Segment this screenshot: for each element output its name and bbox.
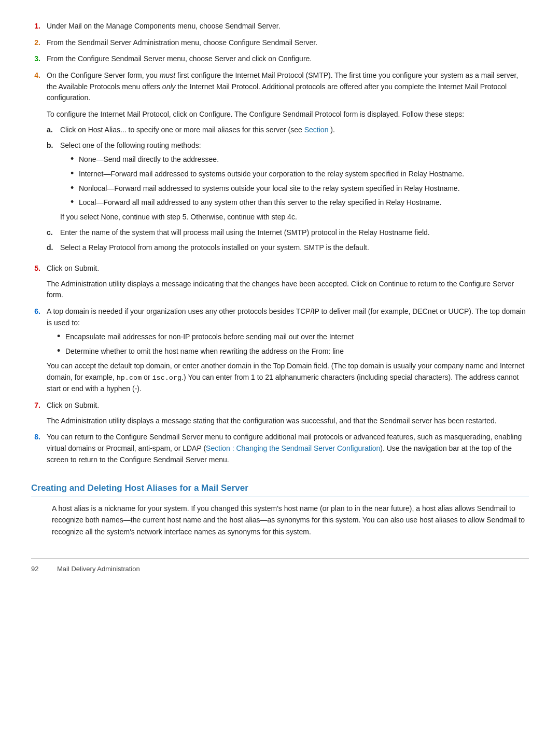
step-6-bullet-1: • Encapsulate mail addresses for non-IP … — [57, 331, 529, 343]
step-4a-link[interactable]: Section — [304, 126, 329, 134]
step-7-number: 7. — [31, 400, 40, 411]
section-body-text: A host alias is a nickname for your syst… — [52, 503, 529, 537]
step-6-content: A top domain is needed if your organizat… — [47, 306, 529, 395]
step-6-text: A top domain is needed if your organizat… — [47, 307, 526, 327]
step-4: 4. On the Configure Server form, you mus… — [31, 70, 529, 258]
step-6-bullets: • Encapsulate mail addresses for non-IP … — [57, 331, 529, 357]
step-6-code-isc: isc.org — [152, 374, 181, 382]
step-4c: c. Enter the name of the system that wil… — [47, 227, 529, 239]
bullet-dot-1: • — [71, 154, 75, 165]
step-3-text: From the Configure Sendmail Server menu,… — [47, 54, 312, 63]
step-1-number: 1. — [31, 21, 40, 32]
step-2: 2. From the Sendmail Server Administrati… — [31, 37, 529, 49]
step-4d: d. Select a Relay Protocol from among th… — [47, 242, 529, 254]
step-4c-content: Enter the name of the system that will p… — [60, 227, 529, 239]
step-4-content: On the Configure Server form, you must f… — [47, 70, 529, 258]
bullet-dot-4: • — [71, 197, 75, 208]
step-6-bullet-1-text: Encapsulate mail addresses for non-IP pr… — [65, 331, 354, 343]
step-8-number: 8. — [31, 432, 40, 443]
step-4-text-main: On the Configure Server form, you must f… — [47, 71, 518, 102]
step-6-number: 6. — [31, 306, 40, 317]
step-7-content: Click on Submit. The Administration util… — [47, 400, 529, 426]
bullet-nonlocal: • Nonlocal—Forward mail addressed to sys… — [71, 183, 529, 195]
bullet-internet-text: Internet—Forward mail addressed to syste… — [79, 169, 464, 180]
bullet-dot-3: • — [71, 183, 75, 194]
step-2-text: From the Sendmail Server Administration … — [47, 38, 317, 47]
step-1: 1. Under Mail on the Manage Components m… — [31, 21, 529, 32]
step-4-number: 4. — [31, 70, 40, 81]
step-4-sub-para: To configure the Internet Mail Protocol,… — [47, 109, 529, 120]
step-8-link[interactable]: Section : Changing the Sendmail Server C… — [206, 444, 380, 452]
bullet-dot-2: • — [71, 168, 75, 179]
step-8-content: You can return to the Configure Sendmail… — [47, 432, 529, 465]
bullet-internet: • Internet—Forward mail addressed to sys… — [71, 169, 529, 180]
bullet-local: • Local—Forward all mail addressed to an… — [71, 197, 529, 209]
steps-list: 1. Under Mail on the Manage Components m… — [31, 21, 529, 466]
bullet-local-text: Local—Forward all mail addressed to any … — [79, 197, 442, 209]
section-body: A host alias is a nickname for your syst… — [52, 503, 529, 537]
footer-bar: 92 Mail Delivery Administration — [31, 558, 529, 574]
step-4a-label: a. — [47, 125, 55, 136]
section-heading: Creating and Deleting Host Aliases for a… — [31, 481, 529, 496]
footer-page-number: 92 — [31, 564, 47, 574]
step-6-bullet-dot-2: • — [57, 346, 61, 357]
step-4-italic-only: only — [162, 82, 176, 91]
step-8: 8. You can return to the Configure Sendm… — [31, 432, 529, 465]
step-4a: a. Click on Host Alias... to specify one… — [47, 125, 529, 136]
step-1-content: Under Mail on the Manage Components menu… — [47, 21, 529, 32]
step-5-text: Click on Submit. — [47, 264, 99, 272]
step-6-bullet-2-text: Determine whether to omit the host name … — [65, 346, 344, 357]
step-4b-after-bullets: If you select None, continue with step 5… — [60, 212, 529, 223]
step-8-text: You can return to the Configure Sendmail… — [47, 433, 522, 463]
step-4d-content: Select a Relay Protocol from among the p… — [60, 242, 529, 254]
step-4b-bullets: • None—Send mail directly to the address… — [71, 154, 529, 209]
step-1-text: Under Mail on the Manage Components menu… — [47, 22, 281, 30]
step-5-continuation: The Administration utility displays a me… — [47, 279, 529, 301]
step-7: 7. Click on Submit. The Administration u… — [31, 400, 529, 426]
footer-title: Mail Delivery Administration — [57, 564, 140, 574]
step-4-italic-must: must — [160, 71, 175, 79]
step-2-number: 2. — [31, 37, 40, 49]
step-4-alpha-list: a. Click on Host Alias... to specify one… — [47, 125, 529, 254]
step-4b-label: b. — [47, 140, 55, 151]
bullet-none-text: None—Send mail directly to the addressee… — [79, 154, 219, 165]
step-5-number: 5. — [31, 263, 40, 274]
step-6: 6. A top domain is needed if your organi… — [31, 306, 529, 395]
step-4b-content: Select one of the following routing meth… — [60, 140, 529, 223]
step-3-content: From the Configure Sendmail Server menu,… — [47, 53, 529, 65]
step-6-code-hp: hp.com — [117, 374, 142, 382]
step-6-after-bullets: You can accept the default top domain, o… — [47, 361, 529, 395]
step-3-number: 3. — [31, 53, 40, 65]
bullet-none: • None—Send mail directly to the address… — [71, 154, 529, 165]
step-2-content: From the Sendmail Server Administration … — [47, 37, 529, 49]
step-6-bullet-2: • Determine whether to omit the host nam… — [57, 346, 529, 357]
step-3: 3. From the Configure Sendmail Server me… — [31, 53, 529, 65]
step-4c-label: c. — [47, 227, 55, 239]
step-5: 5. Click on Submit. The Administration u… — [31, 263, 529, 301]
step-7-text: Click on Submit. — [47, 401, 99, 409]
bullet-nonlocal-text: Nonlocal—Forward mail addressed to syste… — [79, 183, 460, 195]
step-4d-label: d. — [47, 242, 55, 254]
step-6-bullet-dot-1: • — [57, 331, 61, 342]
step-4a-content: Click on Host Alias... to specify one or… — [60, 125, 529, 136]
step-7-continuation: The Administration utility displays a me… — [47, 416, 529, 427]
step-5-content: Click on Submit. The Administration util… — [47, 263, 529, 301]
step-4b: b. Select one of the following routing m… — [47, 140, 529, 223]
